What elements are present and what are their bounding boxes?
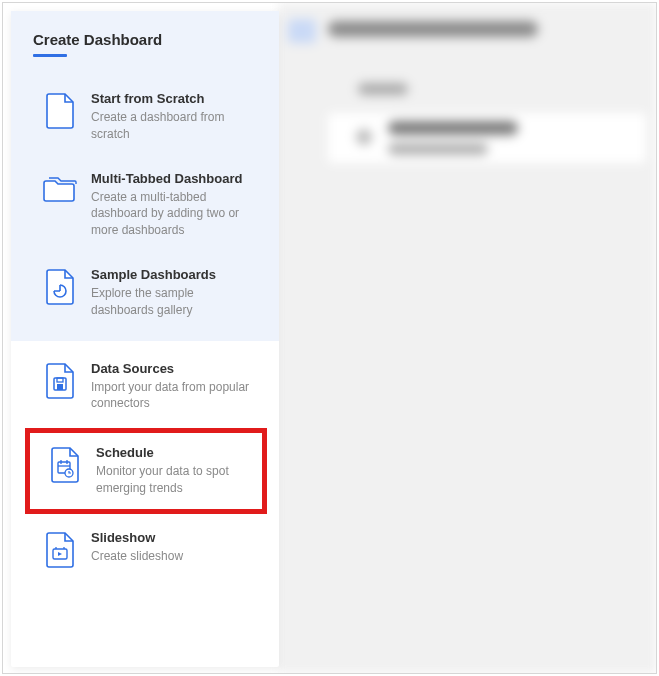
blur-column-header <box>358 83 408 95</box>
option-text: Slideshow Create slideshow <box>91 530 257 565</box>
calendar-icon <box>48 445 82 485</box>
panel-title-wrap: Create Dashboard <box>11 31 279 63</box>
blur-row-sub <box>388 143 488 155</box>
panel-secondary-section: Data Sources Import your data from popul… <box>11 341 279 590</box>
option-start-from-scratch[interactable]: Start from Scratch Create a dashboard fr… <box>11 77 279 157</box>
panel-title: Create Dashboard <box>33 31 257 48</box>
slideshow-icon <box>43 530 77 570</box>
option-title: Schedule <box>96 445 252 460</box>
create-dashboard-panel: Create Dashboard Start from Scratch Crea… <box>11 11 279 667</box>
option-title: Slideshow <box>91 530 257 545</box>
blur-row-title <box>388 121 518 135</box>
data-save-icon <box>43 361 77 401</box>
multi-tab-icon <box>43 171 77 211</box>
option-title: Sample Dashboards <box>91 267 257 282</box>
option-desc: Explore the sample dashboards gallery <box>91 285 257 319</box>
option-text: Schedule Monitor your data to spot emerg… <box>96 445 252 497</box>
option-multi-tabbed[interactable]: Multi-Tabbed Dashboard Create a multi-ta… <box>11 157 279 253</box>
option-desc: Create a dashboard from scratch <box>91 109 257 143</box>
background-content <box>278 3 656 673</box>
option-title: Start from Scratch <box>91 91 257 106</box>
option-text: Sample Dashboards Explore the sample das… <box>91 267 257 319</box>
option-desc: Create a multi-tabbed dashboard by addin… <box>91 189 257 239</box>
title-underline <box>33 54 67 57</box>
blur-breadcrumb <box>328 21 538 37</box>
blur-dot <box>356 129 372 145</box>
option-title: Data Sources <box>91 361 257 376</box>
option-data-sources[interactable]: Data Sources Import your data from popul… <box>11 347 279 427</box>
app-frame: Create Dashboard Start from Scratch Crea… <box>2 2 657 674</box>
option-text: Start from Scratch Create a dashboard fr… <box>91 91 257 143</box>
option-desc: Import your data from popular connectors <box>91 379 257 413</box>
option-schedule[interactable]: Schedule Monitor your data to spot emerg… <box>30 433 262 509</box>
highlight-annotation: Schedule Monitor your data to spot emerg… <box>25 428 267 514</box>
svg-rect-2 <box>57 384 63 390</box>
option-text: Data Sources Import your data from popul… <box>91 361 257 413</box>
option-desc: Create slideshow <box>91 548 257 565</box>
panel-primary-section: Create Dashboard Start from Scratch Crea… <box>11 11 279 341</box>
blank-file-icon <box>43 91 77 131</box>
option-sample-dashboards[interactable]: Sample Dashboards Explore the sample das… <box>11 253 279 333</box>
option-slideshow[interactable]: Slideshow Create slideshow <box>11 516 279 584</box>
option-desc: Monitor your data to spot emerging trend… <box>96 463 252 497</box>
sample-chart-icon <box>43 267 77 307</box>
blur-tab <box>288 19 316 43</box>
option-text: Multi-Tabbed Dashboard Create a multi-ta… <box>91 171 257 239</box>
option-title: Multi-Tabbed Dashboard <box>91 171 257 186</box>
